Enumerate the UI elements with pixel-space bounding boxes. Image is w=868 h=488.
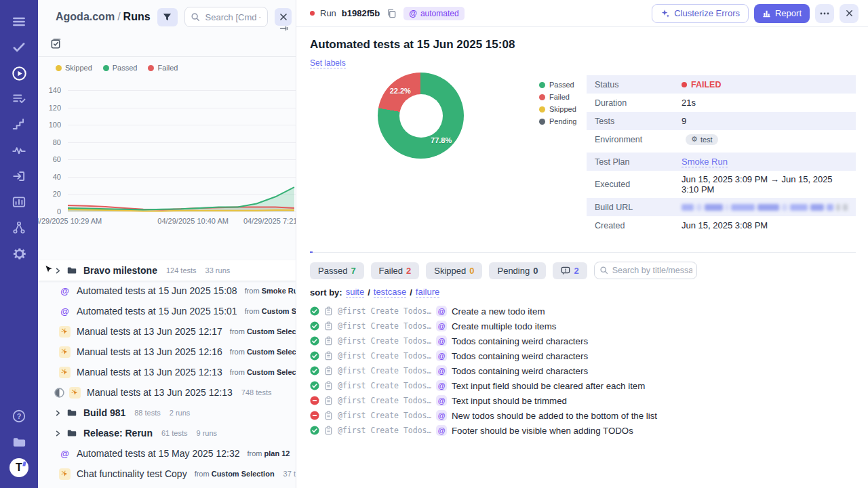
- copy-run-id-button[interactable]: [385, 7, 398, 20]
- sidebar-item-import[interactable]: [7, 164, 31, 188]
- status-filter-chip[interactable]: Passed 7: [310, 262, 364, 279]
- play-circle-icon: [12, 66, 27, 81]
- test-title[interactable]: Todos containing weird characters: [452, 351, 588, 361]
- test-list-item[interactable]: @first Create Todos… @ Create a new todo…: [310, 304, 856, 319]
- test-title[interactable]: Todos containing weird characters: [452, 366, 588, 376]
- run-list-item[interactable]: Build 981 88 tests 2 runs: [38, 403, 296, 423]
- tests-search-input[interactable]: [594, 262, 697, 279]
- test-list-item[interactable]: @first Create Todos… @ Todos containing …: [310, 363, 856, 378]
- tests-count: 88 tests: [134, 409, 161, 417]
- run-source: from Custom Selection: [230, 348, 296, 356]
- run-list-item[interactable]: Chat functinality test Copy from Custom …: [38, 464, 296, 484]
- sidebar-item-milestones[interactable]: [7, 113, 31, 137]
- test-suite-path[interactable]: @first Create Todos…: [338, 336, 431, 346]
- runs-filter-button[interactable]: [157, 8, 178, 26]
- test-title[interactable]: Todos containing weird characters: [452, 336, 588, 346]
- checklist-icon[interactable]: [50, 38, 62, 49]
- test-suite-path[interactable]: @first Create Todos…: [338, 321, 431, 331]
- run-name: Automated tests at 15 Jun 2025 15:01: [77, 306, 237, 317]
- automated-badge[interactable]: @automated: [403, 7, 464, 20]
- test-list-item[interactable]: @first Create Todos… @ Footer should be …: [310, 423, 856, 438]
- sidebar-item-branches[interactable]: [7, 216, 31, 240]
- more-actions-button[interactable]: [815, 4, 834, 23]
- sidebar-item-runs[interactable]: [7, 61, 31, 85]
- detail-label: Build URL: [595, 203, 682, 212]
- test-suite-path[interactable]: @first Create Todos…: [338, 396, 431, 405]
- sidebar-item-analytics[interactable]: [7, 190, 31, 214]
- check-icon: [12, 40, 26, 55]
- status-filter-chip[interactable]: Failed 2: [371, 262, 420, 279]
- sort-by-suite-link[interactable]: suite: [346, 287, 364, 298]
- sidebar-item-plans[interactable]: [7, 87, 31, 111]
- projects-button[interactable]: [7, 430, 31, 454]
- menu-button[interactable]: [7, 9, 31, 34]
- test-suite-path[interactable]: @first Create Todos…: [338, 426, 431, 435]
- comments-filter-button[interactable]: 2: [553, 262, 587, 279]
- test-title[interactable]: Text input field should be cleared after…: [452, 381, 645, 391]
- run-list-item[interactable]: Release: Rerun 61 tests 9 runs: [38, 423, 296, 443]
- test-title[interactable]: Create a new todo item: [452, 306, 545, 317]
- clusterize-errors-button[interactable]: Clusterize Errors: [652, 4, 749, 23]
- close-run-button[interactable]: [840, 4, 859, 23]
- test-list-item[interactable]: @first Create Todos… @ Text input should…: [310, 393, 856, 408]
- detail-tab[interactable]: [348, 243, 351, 252]
- status-filter-chip[interactable]: Pending 0: [489, 262, 546, 279]
- run-list-item[interactable]: Manual tests at 13 Jun 2025 12:13 748 te…: [38, 382, 296, 403]
- environment-badge[interactable]: ⚙test: [686, 134, 718, 145]
- sidebar-item-tests[interactable]: [7, 35, 31, 60]
- status-filter-chip[interactable]: Skipped 0: [426, 262, 482, 279]
- run-list-item[interactable]: @ Automated tests at 15 May 2025 12:32 f…: [38, 443, 296, 464]
- test-title[interactable]: Text input should be trimmed: [452, 396, 567, 406]
- report-button[interactable]: Report: [754, 4, 810, 23]
- sort-by-failure-link[interactable]: failure: [416, 287, 439, 298]
- runs-panel-header: Agoda.com/Runs: [38, 0, 296, 33]
- test-title[interactable]: Create multiple todo items: [452, 321, 556, 331]
- breadcrumb-page: Runs: [123, 11, 151, 22]
- test-list-item[interactable]: @first Create Todos… @ New todos should …: [310, 408, 856, 423]
- detail-tab[interactable]: [329, 243, 332, 252]
- import-icon: [12, 169, 26, 184]
- run-list-item[interactable]: @ Automated tests at 15 Jun 2025 15:08 f…: [38, 281, 296, 301]
- chevron-right-icon[interactable]: [54, 267, 62, 274]
- test-title[interactable]: New todos should be added to the bottom …: [452, 411, 657, 421]
- pin-icon[interactable]: [279, 25, 289, 32]
- chevron-right-icon[interactable]: [54, 409, 62, 417]
- test-list-item[interactable]: @first Create Todos… @ Todos containing …: [310, 348, 856, 363]
- run-list-item[interactable]: Manual tests at 13 Jun 2025 12:16 from C…: [38, 342, 296, 362]
- set-labels-link[interactable]: Set labels: [310, 58, 346, 68]
- brand-logo-button[interactable]: T: [7, 455, 31, 480]
- help-button[interactable]: ?: [7, 404, 31, 428]
- sort-label: sort by:: [310, 287, 342, 298]
- run-list-item[interactable]: Manual tests at 13 Jun 2025 12:17 from C…: [38, 321, 296, 342]
- runs-panel-close-button[interactable]: [275, 8, 292, 26]
- run-list-item[interactable]: @ Automated tests at 15 Jun 2025 15:01 f…: [38, 301, 296, 321]
- detail-row-status: Status FAILED: [587, 75, 856, 94]
- run-list-item[interactable]: Manual tests at 13 Jun 2025 12:13 from C…: [38, 362, 296, 382]
- test-list-item[interactable]: @first Create Todos… @ Text input field …: [310, 378, 856, 393]
- test-plan-link[interactable]: Smoke Run: [682, 157, 728, 167]
- in-progress-status-icon: [54, 388, 64, 398]
- automated-test-icon: @: [436, 410, 447, 421]
- test-suite-path[interactable]: @first Create Todos…: [338, 366, 431, 375]
- hamburger-icon: [12, 14, 26, 29]
- test-title[interactable]: Footer should be visible when adding TOD…: [452, 426, 633, 436]
- passed-status-icon: [310, 351, 319, 361]
- sidebar-item-settings[interactable]: [7, 241, 31, 266]
- runs-search-input[interactable]: [204, 12, 262, 23]
- chevron-right-icon[interactable]: [54, 430, 62, 437]
- sort-by-testcase-link[interactable]: testcase: [374, 287, 406, 298]
- automated-test-icon: @: [436, 425, 447, 436]
- steps-icon: [12, 117, 26, 132]
- test-suite-path[interactable]: @first Create Todos…: [338, 306, 431, 316]
- run-list-item[interactable]: Bravo milestone 124 tests 33 runs: [38, 260, 296, 281]
- mouse-cursor-icon: [44, 264, 54, 276]
- test-suite-path[interactable]: @first Create Todos…: [338, 381, 431, 390]
- breadcrumb-project[interactable]: Agoda.com: [56, 11, 115, 22]
- test-suite-path[interactable]: @first Create Todos…: [338, 351, 431, 361]
- run-detail-topbar: Run b1982f5b @automated Clusterize Error…: [296, 0, 868, 27]
- test-list-item[interactable]: @first Create Todos… @ Todos containing …: [310, 333, 856, 348]
- test-suite-path[interactable]: @first Create Todos…: [338, 411, 431, 420]
- test-list-item[interactable]: @first Create Todos… @ Create multiple t…: [310, 319, 856, 333]
- sidebar-item-pulse[interactable]: [7, 138, 31, 163]
- detail-tab[interactable]: [310, 243, 313, 252]
